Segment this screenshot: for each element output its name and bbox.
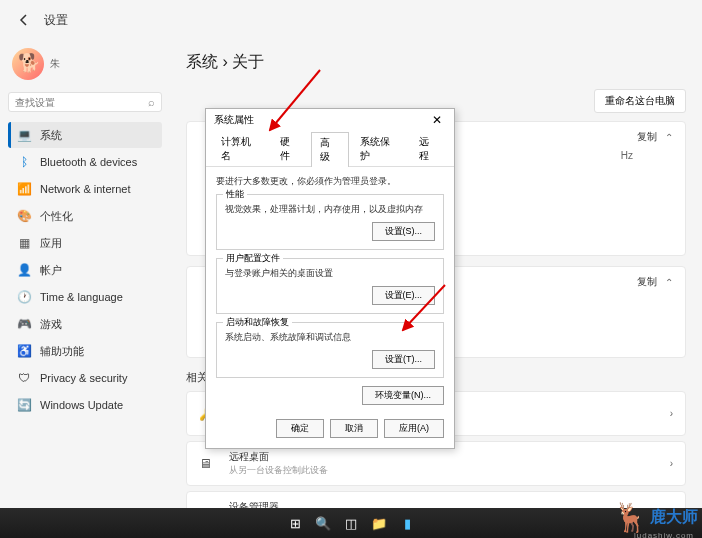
chevron-right-icon: › xyxy=(670,408,673,419)
nav-label: Time & language xyxy=(40,291,123,303)
nav-icon: 🎨 xyxy=(16,208,32,224)
tab-0[interactable]: 计算机名 xyxy=(212,131,269,166)
nav-label: Bluetooth & devices xyxy=(40,156,137,168)
group-0: 性能 视觉效果，处理器计划，内存使用，以及虚拟内存 设置(S)... xyxy=(216,194,444,250)
nav-label: Windows Update xyxy=(40,399,123,411)
explorer-icon[interactable]: 📁 xyxy=(367,511,391,535)
nav-icon: ᛒ xyxy=(16,154,32,170)
avatar xyxy=(12,48,44,80)
user-label: 朱 xyxy=(50,57,60,71)
sidebar-item-4[interactable]: ▦应用 xyxy=(8,230,162,256)
nav-icon: ▦ xyxy=(16,235,32,251)
dialog-title: 系统属性 xyxy=(214,113,254,127)
ok-button[interactable]: 确定 xyxy=(276,419,324,438)
tab-3[interactable]: 系统保护 xyxy=(351,131,408,166)
sidebar-item-9[interactable]: 🛡Privacy & security xyxy=(8,365,162,391)
cancel-button[interactable]: 取消 xyxy=(330,419,378,438)
sidebar: 朱 ⌕ 💻系统ᛒBluetooth & devices📶Network & in… xyxy=(0,40,170,538)
admin-note: 要进行大多数更改，你必须作为管理员登录。 xyxy=(216,175,444,188)
breadcrumb-current: 关于 xyxy=(232,53,264,70)
sidebar-item-5[interactable]: 👤帐户 xyxy=(8,257,162,283)
nav-icon: 👤 xyxy=(16,262,32,278)
nav-icon: 📶 xyxy=(16,181,32,197)
settings-button-2[interactable]: 设置(T)... xyxy=(372,350,435,369)
settings-button-1[interactable]: 设置(E)... xyxy=(372,286,436,305)
group-2: 启动和故障恢复 系统启动、系统故障和调试信息 设置(T)... xyxy=(216,322,444,378)
env-variables-button[interactable]: 环境变量(N)... xyxy=(362,386,444,405)
search-icon: ⌕ xyxy=(148,96,155,108)
copy-button[interactable]: 复制 xyxy=(637,275,657,289)
nav-icon: 🔄 xyxy=(16,397,32,413)
app-icon[interactable]: ▮ xyxy=(395,511,419,535)
nav-label: Network & internet xyxy=(40,183,130,195)
task-view-icon[interactable]: ◫ xyxy=(339,511,363,535)
nav-label: 游戏 xyxy=(40,317,62,332)
window-title: 设置 xyxy=(44,12,68,29)
nav-icon: ♿ xyxy=(16,343,32,359)
sidebar-item-8[interactable]: ♿辅助功能 xyxy=(8,338,162,364)
copy-button[interactable]: 复制 xyxy=(637,130,657,144)
chevron-up-icon[interactable]: ⌃ xyxy=(665,277,673,288)
nav-icon: 🎮 xyxy=(16,316,32,332)
breadcrumb: 系统 › 关于 xyxy=(186,48,686,77)
nav-label: 帐户 xyxy=(40,263,62,278)
user-profile[interactable]: 朱 xyxy=(8,44,162,84)
nav-label: 辅助功能 xyxy=(40,344,84,359)
back-button[interactable] xyxy=(12,8,36,32)
search-input[interactable] xyxy=(15,97,148,108)
nav-icon: 🛡 xyxy=(16,370,32,386)
nav-label: 应用 xyxy=(40,236,62,251)
group-1: 用户配置文件 与登录账户相关的桌面设置 设置(E)... xyxy=(216,258,444,314)
nav-label: Privacy & security xyxy=(40,372,127,384)
taskbar[interactable]: ⊞ 🔍 ◫ 📁 ▮ xyxy=(0,508,702,538)
search-box[interactable]: ⌕ xyxy=(8,92,162,112)
related-icon: 🖥 xyxy=(199,456,219,471)
breadcrumb-parent[interactable]: 系统 xyxy=(186,53,218,70)
chevron-up-icon[interactable]: ⌃ xyxy=(665,132,673,143)
start-icon[interactable]: ⊞ xyxy=(283,511,307,535)
settings-button-0[interactable]: 设置(S)... xyxy=(372,222,436,241)
tab-2[interactable]: 高级 xyxy=(311,132,349,167)
nav-label: 系统 xyxy=(40,128,62,143)
tab-1[interactable]: 硬件 xyxy=(271,131,309,166)
sidebar-item-10[interactable]: 🔄Windows Update xyxy=(8,392,162,418)
sidebar-item-2[interactable]: 📶Network & internet xyxy=(8,176,162,202)
tab-4[interactable]: 远程 xyxy=(410,131,448,166)
nav-label: 个性化 xyxy=(40,209,73,224)
apply-button[interactable]: 应用(A) xyxy=(384,419,444,438)
sidebar-item-7[interactable]: 🎮游戏 xyxy=(8,311,162,337)
nav-icon: 💻 xyxy=(16,127,32,143)
rename-pc-button[interactable]: 重命名这台电脑 xyxy=(594,89,686,113)
nav-icon: 🕐 xyxy=(16,289,32,305)
sidebar-item-6[interactable]: 🕐Time & language xyxy=(8,284,162,310)
dialog-tabs: 计算机名硬件高级系统保护远程 xyxy=(206,131,454,167)
sidebar-item-3[interactable]: 🎨个性化 xyxy=(8,203,162,229)
search-icon[interactable]: 🔍 xyxy=(311,511,335,535)
system-properties-dialog: 系统属性 ✕ 计算机名硬件高级系统保护远程 要进行大多数更改，你必须作为管理员登… xyxy=(205,108,455,449)
sidebar-item-1[interactable]: ᛒBluetooth & devices xyxy=(8,149,162,175)
sidebar-item-0[interactable]: 💻系统 xyxy=(8,122,162,148)
close-icon[interactable]: ✕ xyxy=(428,113,446,127)
chevron-right-icon: › xyxy=(670,458,673,469)
